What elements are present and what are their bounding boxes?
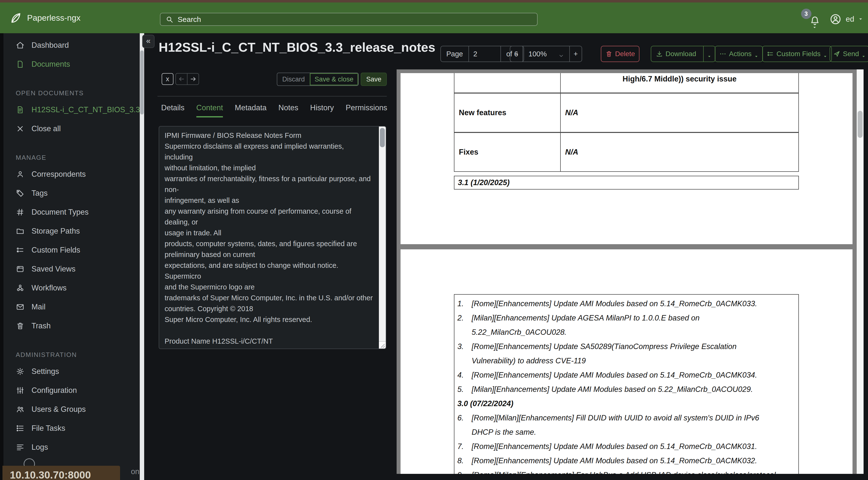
tab-metadata[interactable]: Metadata bbox=[235, 103, 267, 117]
collapse-sidebar-button[interactable]: « bbox=[142, 35, 155, 48]
list-item: 7.[Rome][Enhancements] Update AMI Module… bbox=[457, 440, 796, 454]
zoom-control: - 100% + bbox=[510, 46, 582, 62]
tag-icon bbox=[16, 189, 25, 198]
zoom-in-button[interactable]: + bbox=[569, 46, 582, 62]
sidebar-item-label: Close all bbox=[31, 124, 61, 133]
pdf-scrollbar-thumb[interactable] bbox=[858, 111, 863, 138]
pdf-viewer[interactable]: High/6.7 Middle)) security issue New fea… bbox=[397, 69, 864, 474]
list-item-text: [Rome][Enhancements] Update AMI Modules … bbox=[472, 440, 796, 454]
sidebar-item-label: Configuration bbox=[31, 386, 77, 395]
delete-button[interactable]: Delete bbox=[601, 46, 640, 62]
sidebar-item-tags[interactable]: Tags bbox=[3, 184, 140, 203]
pdf-scrollbar[interactable] bbox=[857, 69, 864, 474]
user-menu[interactable]: ed bbox=[829, 13, 863, 26]
save-button[interactable]: Save bbox=[361, 72, 387, 86]
list-item-text: [Rome][Milan][Enhancements] For UsbBus-e… bbox=[472, 468, 796, 474]
nav-forward-button[interactable] bbox=[187, 73, 198, 84]
list-item-number: 1. bbox=[457, 297, 472, 311]
sidebar-item-file-tasks[interactable]: File Tasks bbox=[3, 419, 140, 438]
divider bbox=[157, 96, 387, 96]
list-item: 8.[Rome][Enhancements] Update AMI Module… bbox=[457, 454, 796, 468]
search-input[interactable]: Search bbox=[160, 13, 537, 26]
sidebar-scrollbar[interactable] bbox=[140, 33, 144, 480]
sidebar-item-saved-views[interactable]: Saved Views bbox=[3, 260, 140, 278]
content-textarea[interactable]: IPMI Firmware / BIOS Release Notes Form … bbox=[159, 126, 386, 349]
sidebar-item-dashboard[interactable]: Dashboard bbox=[3, 36, 140, 55]
sidebar-item-label: Documents bbox=[31, 60, 70, 69]
sidebar-item-configuration[interactable]: Configuration bbox=[3, 381, 140, 400]
sidebar-item-label: Document Types bbox=[31, 208, 89, 217]
pdf-page-1: High/6.7 Middle)) security issue New fea… bbox=[401, 73, 852, 244]
sidebar-item-label: Storage Paths bbox=[31, 227, 80, 236]
sidebar-item-label: Workflows bbox=[31, 283, 66, 293]
save-and-close-button[interactable]: Save & close bbox=[310, 73, 359, 85]
list-item: 4.[Rome][Enhancements] Update AMI Module… bbox=[457, 368, 796, 382]
x-icon bbox=[16, 124, 25, 133]
download-button[interactable]: Download bbox=[651, 46, 715, 62]
trash-icon bbox=[16, 322, 25, 330]
arrow-right-icon bbox=[189, 75, 197, 83]
sidebar-item-label: Mail bbox=[31, 302, 45, 311]
sidebar-item-workflows[interactable]: Workflows bbox=[3, 278, 140, 297]
table-row: FixesN/A bbox=[455, 132, 798, 171]
sidebar-item-custom-fields[interactable]: Custom Fields bbox=[3, 240, 140, 260]
sidebar-item-users-groups[interactable]: Users & Groups bbox=[3, 400, 140, 419]
nav-back-button[interactable] bbox=[176, 73, 187, 84]
page-number-input[interactable]: 2 bbox=[468, 46, 500, 62]
tab-notes[interactable]: Notes bbox=[279, 103, 299, 117]
sidebar-item-storage-paths[interactable]: Storage Paths bbox=[3, 221, 140, 240]
sidebar-item-documents[interactable]: Documents bbox=[3, 55, 140, 73]
caret-down-icon bbox=[823, 52, 828, 56]
tab-permissions[interactable]: Permissions bbox=[346, 103, 387, 117]
sidebar-item-correspondents[interactable]: Correspondents bbox=[3, 165, 140, 184]
zoom-level-select[interactable]: 100% bbox=[523, 46, 569, 62]
custom-fields-button[interactable]: Custom Fields bbox=[762, 46, 832, 62]
sidebar-item-logs[interactable]: Logs bbox=[3, 438, 140, 457]
table-cell: N/A bbox=[561, 133, 798, 171]
sidebar-item-label: File Tasks bbox=[31, 424, 65, 433]
send-button[interactable]: Send bbox=[830, 46, 868, 62]
actions-button[interactable]: Actions bbox=[715, 46, 763, 62]
users-icon bbox=[16, 405, 25, 414]
list-item-text: [Rome][Milan][Enhancements] Fill DUID wi… bbox=[472, 411, 796, 440]
zoom-out-button[interactable]: - bbox=[510, 46, 523, 62]
textarea-scrollbar-thumb[interactable] bbox=[380, 128, 385, 147]
download-icon bbox=[656, 50, 663, 58]
sidebar-item-document-types[interactable]: Document Types bbox=[3, 203, 140, 221]
bell-icon bbox=[809, 15, 821, 27]
list-item-number: 4. bbox=[457, 368, 472, 382]
table-version-row: 3.1 (1/20/2025) bbox=[454, 176, 799, 189]
textarea-resize-handle[interactable] bbox=[379, 341, 386, 349]
list-item: 5.[Milan][Enhancements] Update AMI Modul… bbox=[457, 382, 796, 396]
sidebar: DashboardDocumentsOPEN DOCUMENTSH12SSL-i… bbox=[3, 33, 140, 480]
download-dropdown-button[interactable] bbox=[703, 46, 715, 62]
list-item: 3.[Rome][Enhancements] Update SA50289(Ti… bbox=[457, 339, 796, 368]
custom-fields-icon bbox=[767, 50, 774, 58]
discard-button[interactable]: Discard bbox=[277, 73, 310, 85]
tab-content[interactable]: Content bbox=[196, 103, 223, 117]
sidebar-item-trash[interactable]: Trash bbox=[3, 316, 140, 335]
content-text: IPMI Firmware / BIOS Release Notes Form … bbox=[164, 130, 374, 349]
textarea-scrollbar[interactable] bbox=[379, 126, 386, 341]
sidebar-item-settings[interactable]: Settings bbox=[3, 362, 140, 381]
save-group: Discard Save & close bbox=[277, 72, 359, 86]
sidebar-item-label: Trash bbox=[31, 322, 51, 330]
notifications-button[interactable]: 3 bbox=[807, 10, 822, 28]
status-url: 10.10.30.70:8000 bbox=[10, 469, 91, 480]
sidebar-item-h12ssl-i-c-ct-nt-bios-3-3-rel[interactable]: H12SSL-i_C_CT_NT_BIOS_3.3_rel... bbox=[3, 100, 140, 119]
delete-label: Delete bbox=[615, 50, 635, 58]
sidebar-scrollbar-thumb[interactable] bbox=[140, 51, 144, 115]
caret-down-icon bbox=[707, 52, 712, 56]
feather-logo-icon bbox=[9, 12, 22, 24]
hash-icon bbox=[16, 208, 25, 217]
tab-history[interactable]: History bbox=[310, 103, 334, 117]
sidebar-item-label: H12SSL-i_C_CT_NT_BIOS_3.3_rel... bbox=[31, 106, 140, 114]
close-document-button[interactable]: x bbox=[162, 73, 174, 85]
window-top-strip bbox=[0, 0, 868, 2]
sidebar-item-close-all[interactable]: Close all bbox=[3, 119, 140, 138]
sidebar-item-mail[interactable]: Mail bbox=[3, 297, 140, 316]
tab-details[interactable]: Details bbox=[161, 103, 185, 117]
brand[interactable]: Paperless-ngx bbox=[9, 12, 81, 24]
list-item-number: 2. bbox=[457, 311, 472, 339]
sidebar-item-label: Dashboard bbox=[31, 41, 69, 50]
